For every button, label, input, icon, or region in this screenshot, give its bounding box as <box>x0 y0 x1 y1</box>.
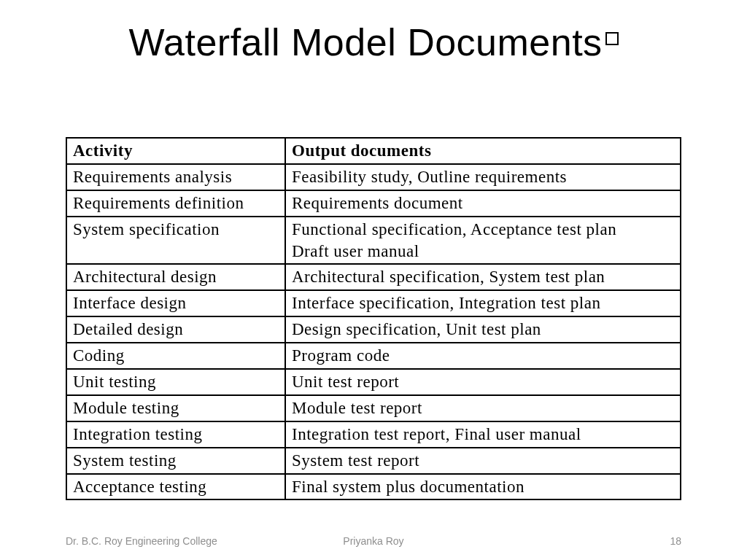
footer-right: 18 <box>670 535 681 547</box>
table-row: System testingSystem test report <box>66 448 681 474</box>
col-header-activity: Activity <box>66 138 285 164</box>
cell-output: Requirements document <box>285 190 681 217</box>
cell-activity: Interface design <box>66 290 285 316</box>
cell-activity: Architectural design <box>66 264 285 290</box>
cell-activity: Requirements analysis <box>66 164 285 190</box>
documents-table: Activity Output documents Requirements a… <box>66 137 681 500</box>
table-row: Interface designInterface specification,… <box>66 290 681 316</box>
cell-output: Program code <box>285 343 681 369</box>
cell-output: Module test report <box>285 395 681 421</box>
title-text: Waterfall Model Documents <box>128 21 602 63</box>
cell-activity: Requirements definition <box>66 190 285 217</box>
cell-activity: System specification <box>66 217 285 265</box>
cell-activity: Detailed design <box>66 316 285 343</box>
table-row: Integration testingIntegration test repo… <box>66 421 681 448</box>
col-header-output: Output documents <box>285 138 681 164</box>
cell-output: Design specification, Unit test plan <box>285 316 681 343</box>
cell-activity: System testing <box>66 448 285 474</box>
cell-output: Unit test report <box>285 369 681 395</box>
cell-activity: Module testing <box>66 395 285 421</box>
cell-output: System test report <box>285 448 681 474</box>
footer-left: Dr. B.C. Roy Engineering College <box>66 535 217 547</box>
cell-output: Final system plus documentation <box>285 474 681 500</box>
table-row: Acceptance testingFinal system plus docu… <box>66 474 681 500</box>
cell-output: Functional specification, Acceptance tes… <box>285 217 681 265</box>
cell-activity: Coding <box>66 343 285 369</box>
table-header-row: Activity Output documents <box>66 138 681 164</box>
cell-output: Feasibility study, Outline requirements <box>285 164 681 190</box>
table-row: Requirements definitionRequirements docu… <box>66 190 681 217</box>
table-row: System specificationFunctional specifica… <box>66 217 681 265</box>
table-row: Detailed designDesign specification, Uni… <box>66 316 681 343</box>
title-marker-icon <box>605 32 619 45</box>
slide: Waterfall Model Documents Activity Outpu… <box>0 0 747 560</box>
table-row: Module testingModule test report <box>66 395 681 421</box>
cell-activity: Acceptance testing <box>66 474 285 500</box>
slide-title: Waterfall Model Documents <box>66 20 681 64</box>
table-row: CodingProgram code <box>66 343 681 369</box>
cell-activity: Unit testing <box>66 369 285 395</box>
cell-output: Interface specification, Integration tes… <box>285 290 681 316</box>
table-row: Requirements analysisFeasibility study, … <box>66 164 681 190</box>
cell-output: Architectural specification, System test… <box>285 264 681 290</box>
slide-footer: Dr. B.C. Roy Engineering College Priyank… <box>66 535 681 547</box>
table-row: Unit testingUnit test report <box>66 369 681 395</box>
cell-output: Integration test report, Final user manu… <box>285 421 681 448</box>
table-row: Architectural designArchitectural specif… <box>66 264 681 290</box>
cell-activity: Integration testing <box>66 421 285 448</box>
